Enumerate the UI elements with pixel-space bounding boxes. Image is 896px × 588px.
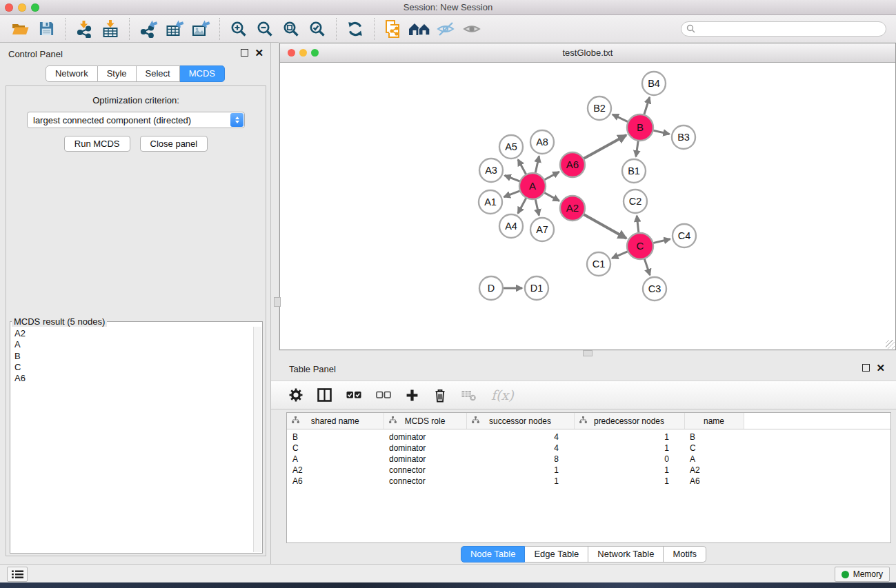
tab-select[interactable]: Select xyxy=(137,65,180,82)
graph-edge-B-B1[interactable] xyxy=(636,140,638,156)
graph-node-A2[interactable]: A2 xyxy=(560,196,585,221)
float-table-panel-icon[interactable] xyxy=(862,364,870,372)
export-image-button[interactable] xyxy=(190,18,212,40)
graph-node-C1[interactable]: C1 xyxy=(587,252,610,276)
criterion-dropdown[interactable]: largest connected component (directed) xyxy=(27,112,245,128)
mcds-list-scrollbar[interactable] xyxy=(253,327,261,552)
close-window-button[interactable] xyxy=(5,3,13,12)
tab-edge-table[interactable]: Edge Table xyxy=(525,546,588,562)
graph-edge-C-C4[interactable] xyxy=(653,239,670,243)
split-handle-left[interactable] xyxy=(274,297,281,307)
graph-node-A4[interactable]: A4 xyxy=(499,214,523,238)
graph-edge-A-A5[interactable] xyxy=(518,159,526,175)
graph-edge-A-A6[interactable] xyxy=(544,172,559,180)
memory-button[interactable]: Memory xyxy=(835,567,890,582)
select-all-columns-button[interactable] xyxy=(346,386,361,404)
column-header-MCDS-role[interactable]: MCDS role xyxy=(384,413,466,429)
zoom-in-button[interactable] xyxy=(228,18,250,40)
function-builder-button[interactable]: f(x) xyxy=(491,386,514,404)
table-row[interactable]: A2connector11A2 xyxy=(287,465,890,476)
graph-edge-A-A1[interactable] xyxy=(504,190,521,196)
graph-edge-A-A2[interactable] xyxy=(544,192,559,201)
graph-edge-B-B2[interactable] xyxy=(613,114,629,122)
zoom-selected-button[interactable] xyxy=(306,18,328,40)
open-session-button[interactable] xyxy=(9,18,31,40)
task-history-button[interactable] xyxy=(7,567,28,582)
tab-node-table[interactable]: Node Table xyxy=(461,546,526,562)
zoom-window-button[interactable] xyxy=(31,3,39,12)
add-column-button[interactable] xyxy=(406,386,419,404)
mcds-list-item[interactable]: A xyxy=(14,339,253,350)
graph-node-A7[interactable]: A7 xyxy=(530,218,554,241)
graph-node-D[interactable]: D xyxy=(479,276,503,300)
network-frame-titlebar[interactable]: testGlobe.txt xyxy=(280,43,895,63)
show-all-button[interactable] xyxy=(461,18,483,40)
mcds-list-item[interactable]: B xyxy=(14,351,253,362)
graph-node-B1[interactable]: B1 xyxy=(622,159,646,183)
graph-node-A6[interactable]: A6 xyxy=(560,152,585,177)
table-row[interactable]: Adominator80A xyxy=(287,454,890,465)
network-canvas[interactable]: B4B2BB3A5A8A6B1A3AA1C2A2A4A7C4CC1C3DD1 xyxy=(280,63,895,349)
graph-node-D1[interactable]: D1 xyxy=(525,276,548,300)
graph-edge-B-B4[interactable] xyxy=(644,97,649,116)
clone-network-button[interactable] xyxy=(382,18,404,40)
graph-edge-C-C2[interactable] xyxy=(637,216,639,234)
graph-node-B[interactable]: B xyxy=(627,114,653,141)
mcds-list-item[interactable]: A6 xyxy=(14,373,253,384)
run-mcds-button[interactable]: Run MCDS xyxy=(64,136,130,152)
graph-edge-A2-C[interactable] xyxy=(583,214,626,238)
export-network-button[interactable] xyxy=(137,18,159,40)
zoom-fit-button[interactable] xyxy=(280,18,302,40)
delete-column-button[interactable] xyxy=(433,386,447,404)
tab-motifs[interactable]: Motifs xyxy=(664,546,706,562)
close-table-panel-icon[interactable]: ✕ xyxy=(876,364,885,372)
resize-grip-icon[interactable] xyxy=(886,340,895,349)
graph-edge-A-A3[interactable] xyxy=(505,176,521,182)
show-column-panel-button[interactable] xyxy=(317,386,332,404)
table-row[interactable]: A6connector11A6 xyxy=(287,476,890,487)
tab-network-table[interactable]: Network Table xyxy=(588,546,664,562)
graph-node-B3[interactable]: B3 xyxy=(672,125,695,149)
delete-table-button[interactable] xyxy=(461,386,477,404)
graph-edge-A6-B[interactable] xyxy=(583,135,626,159)
graph-node-A3[interactable]: A3 xyxy=(479,159,503,182)
graph-edge-A-A7[interactable] xyxy=(535,199,539,216)
column-header-predecessor-nodes[interactable]: predecessor nodes xyxy=(574,413,684,429)
search-input[interactable] xyxy=(681,21,886,37)
tab-network[interactable]: Network xyxy=(46,65,98,82)
deselect-all-columns-button[interactable] xyxy=(376,386,391,404)
graph-node-B2[interactable]: B2 xyxy=(588,97,611,120)
float-panel-icon[interactable] xyxy=(241,49,248,57)
graph-node-A8[interactable]: A8 xyxy=(530,130,554,154)
graph-node-A1[interactable]: A1 xyxy=(479,190,502,214)
network-minimize-button[interactable] xyxy=(299,49,307,57)
close-panel-button[interactable]: Close panel xyxy=(140,136,208,152)
graph-edge-C-C1[interactable] xyxy=(612,251,628,258)
column-header-shared-name[interactable]: shared name xyxy=(287,413,384,429)
column-header-name[interactable]: name xyxy=(684,413,744,429)
refresh-view-button[interactable] xyxy=(344,18,366,40)
import-table-button[interactable] xyxy=(99,18,121,40)
close-panel-icon[interactable]: ✕ xyxy=(255,49,263,57)
graph-node-C4[interactable]: C4 xyxy=(673,224,696,247)
graph-node-B4[interactable]: B4 xyxy=(642,72,666,95)
zoom-out-button[interactable] xyxy=(254,18,276,40)
table-row[interactable]: Bdominator41B xyxy=(287,429,890,443)
graph-edge-A-A4[interactable] xyxy=(518,197,527,214)
export-table-button[interactable] xyxy=(163,18,186,40)
first-neighbors-button[interactable] xyxy=(408,18,430,40)
mcds-list-item[interactable]: C xyxy=(14,362,253,373)
graph-node-C2[interactable]: C2 xyxy=(624,190,647,213)
tab-style[interactable]: Style xyxy=(98,65,137,82)
network-zoom-button[interactable] xyxy=(311,49,319,57)
table-settings-button[interactable] xyxy=(289,386,303,404)
network-close-button[interactable] xyxy=(288,49,295,57)
graph-edge-B-B3[interactable] xyxy=(653,130,670,134)
graph-node-A5[interactable]: A5 xyxy=(499,135,523,159)
graph-edge-A-A8[interactable] xyxy=(535,156,539,174)
save-session-button[interactable] xyxy=(35,18,57,40)
import-network-button[interactable] xyxy=(73,18,95,40)
graph-node-C[interactable]: C xyxy=(627,233,653,259)
graph-node-C3[interactable]: C3 xyxy=(643,277,666,301)
hide-selected-button[interactable] xyxy=(435,18,457,40)
